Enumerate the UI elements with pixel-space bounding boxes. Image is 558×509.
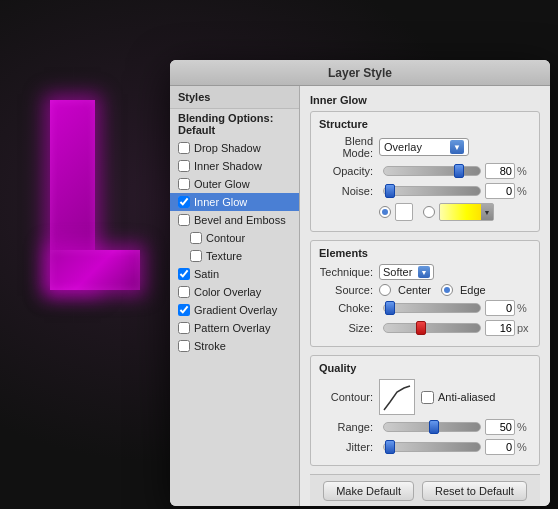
jitter-label: Jitter: bbox=[319, 441, 379, 453]
source-edge-label: Edge bbox=[460, 284, 486, 296]
sidebar-item-color-overlay-label: Color Overlay bbox=[194, 286, 261, 298]
technique-dropdown[interactable]: Softer ▼ bbox=[379, 264, 434, 280]
jitter-unit: % bbox=[517, 441, 531, 453]
sidebar-item-texture-label: Texture bbox=[206, 250, 242, 262]
blend-mode-label: Blend Mode: bbox=[319, 135, 379, 159]
anti-aliased-checkbox[interactable] bbox=[421, 391, 434, 404]
source-edge-option[interactable]: Edge bbox=[441, 284, 486, 296]
pattern-overlay-checkbox[interactable] bbox=[178, 322, 190, 334]
drop-shadow-checkbox[interactable] bbox=[178, 142, 190, 154]
opacity-unit: % bbox=[517, 165, 531, 177]
range-input[interactable]: 50 bbox=[485, 419, 515, 435]
choke-row: Choke: 0 % bbox=[319, 300, 531, 316]
sidebar-item-inner-shadow[interactable]: Inner Shadow bbox=[170, 157, 299, 175]
sidebar-item-stroke[interactable]: Stroke bbox=[170, 337, 299, 355]
choke-label: Choke: bbox=[319, 302, 379, 314]
bevel-emboss-checkbox[interactable] bbox=[178, 214, 190, 226]
sidebar-item-inner-shadow-label: Inner Shadow bbox=[194, 160, 262, 172]
range-row: Range: 50 % bbox=[319, 419, 531, 435]
dialog-footer: Make Default Reset to Default bbox=[310, 474, 540, 506]
sidebar-item-color-overlay[interactable]: Color Overlay bbox=[170, 283, 299, 301]
gradient-overlay-checkbox[interactable] bbox=[178, 304, 190, 316]
opacity-input[interactable]: 80 bbox=[485, 163, 515, 179]
contour-checkbox[interactable] bbox=[190, 232, 202, 244]
sidebar-item-inner-glow[interactable]: Inner Glow bbox=[170, 193, 299, 211]
source-center-option[interactable]: Center bbox=[379, 284, 431, 296]
sidebar-item-gradient-overlay-label: Gradient Overlay bbox=[194, 304, 277, 316]
sidebar-item-stroke-label: Stroke bbox=[194, 340, 226, 352]
styles-panel: Styles Blending Options: Default Drop Sh… bbox=[170, 86, 300, 506]
sidebar-item-inner-glow-label: Inner Glow bbox=[194, 196, 247, 208]
color-radio-gradient[interactable] bbox=[423, 206, 435, 218]
choke-thumb[interactable] bbox=[385, 301, 395, 315]
sidebar-item-pattern-overlay[interactable]: Pattern Overlay bbox=[170, 319, 299, 337]
color-radio-solid[interactable] bbox=[379, 206, 391, 218]
inner-glow-checkbox[interactable] bbox=[178, 196, 190, 208]
size-input[interactable]: 16 bbox=[485, 320, 515, 336]
jitter-row: Jitter: 0 % bbox=[319, 439, 531, 455]
structure-group: Structure Blend Mode: Overlay ▼ Opacity:… bbox=[310, 111, 540, 232]
color-overlay-checkbox[interactable] bbox=[178, 286, 190, 298]
noise-slider[interactable] bbox=[383, 186, 481, 196]
opacity-slider[interactable] bbox=[383, 166, 481, 176]
jitter-thumb[interactable] bbox=[385, 440, 395, 454]
right-panel: Inner Glow Structure Blend Mode: Overlay… bbox=[300, 86, 550, 506]
source-edge-radio[interactable] bbox=[441, 284, 453, 296]
dialog-body: Styles Blending Options: Default Drop Sh… bbox=[170, 86, 550, 506]
satin-checkbox[interactable] bbox=[178, 268, 190, 280]
sidebar-item-gradient-overlay[interactable]: Gradient Overlay bbox=[170, 301, 299, 319]
sidebar-item-blending[interactable]: Blending Options: Default bbox=[170, 109, 299, 139]
inner-shadow-checkbox[interactable] bbox=[178, 160, 190, 172]
contour-row: Contour: Anti-aliased bbox=[319, 379, 531, 415]
source-label: Source: bbox=[319, 284, 379, 296]
sidebar-item-drop-shadow[interactable]: Drop Shadow bbox=[170, 139, 299, 157]
noise-input[interactable]: 0 bbox=[485, 183, 515, 199]
stroke-checkbox[interactable] bbox=[178, 340, 190, 352]
dialog-title: Layer Style bbox=[328, 66, 392, 80]
size-label: Size: bbox=[319, 322, 379, 334]
contour-thumbnail[interactable] bbox=[379, 379, 415, 415]
technique-value: Softer bbox=[383, 266, 416, 278]
size-slider[interactable] bbox=[383, 323, 481, 333]
range-label: Range: bbox=[319, 421, 379, 433]
jitter-slider[interactable] bbox=[383, 442, 481, 452]
noise-thumb[interactable] bbox=[385, 184, 395, 198]
reset-to-default-button[interactable]: Reset to Default bbox=[422, 481, 527, 501]
sidebar-item-bevel-emboss-label: Bevel and Emboss bbox=[194, 214, 286, 226]
styles-panel-header: Styles bbox=[170, 86, 299, 109]
choke-unit: % bbox=[517, 302, 531, 314]
range-slider[interactable] bbox=[383, 422, 481, 432]
range-thumb[interactable] bbox=[429, 420, 439, 434]
choke-slider[interactable] bbox=[383, 303, 481, 313]
make-default-button[interactable]: Make Default bbox=[323, 481, 414, 501]
sidebar-item-bevel-emboss[interactable]: Bevel and Emboss bbox=[170, 211, 299, 229]
technique-arrow-icon: ▼ bbox=[418, 266, 430, 278]
anti-aliased-label: Anti-aliased bbox=[438, 391, 495, 403]
sidebar-item-satin[interactable]: Satin bbox=[170, 265, 299, 283]
source-center-radio[interactable] bbox=[379, 284, 391, 296]
noise-label: Noise: bbox=[319, 185, 379, 197]
blend-mode-dropdown[interactable]: Overlay ▼ bbox=[379, 138, 469, 156]
inner-glow-section-label: Inner Glow bbox=[310, 94, 540, 106]
gradient-color-swatch[interactable]: ▼ bbox=[439, 203, 494, 221]
sidebar-item-outer-glow[interactable]: Outer Glow bbox=[170, 175, 299, 193]
gradient-arrow-icon[interactable]: ▼ bbox=[481, 204, 493, 220]
solid-color-swatch[interactable] bbox=[395, 203, 413, 221]
outer-glow-checkbox[interactable] bbox=[178, 178, 190, 190]
jitter-input[interactable]: 0 bbox=[485, 439, 515, 455]
sidebar-item-texture[interactable]: Texture bbox=[170, 247, 299, 265]
opacity-label: Opacity: bbox=[319, 165, 379, 177]
opacity-thumb[interactable] bbox=[454, 164, 464, 178]
letter-l-graphic bbox=[30, 100, 140, 300]
technique-row: Technique: Softer ▼ bbox=[319, 264, 531, 280]
noise-row: Noise: 0 % bbox=[319, 183, 531, 199]
sidebar-item-contour[interactable]: Contour bbox=[170, 229, 299, 247]
dialog-titlebar: Layer Style bbox=[170, 60, 550, 86]
texture-checkbox[interactable] bbox=[190, 250, 202, 262]
choke-input[interactable]: 0 bbox=[485, 300, 515, 316]
size-unit: px bbox=[517, 322, 531, 334]
size-thumb[interactable] bbox=[416, 321, 426, 335]
range-unit: % bbox=[517, 421, 531, 433]
blend-mode-value: Overlay bbox=[384, 141, 448, 153]
sidebar-item-satin-label: Satin bbox=[194, 268, 219, 280]
